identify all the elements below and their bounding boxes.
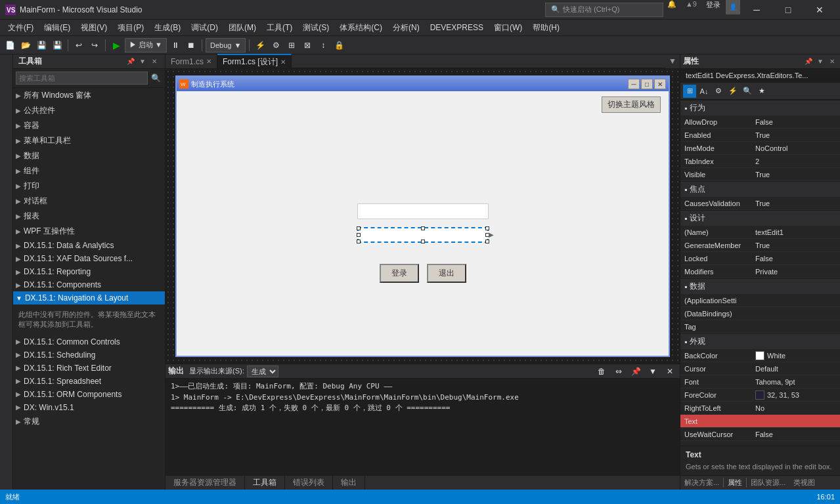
- align-btn[interactable]: ⚙: [269, 38, 283, 52]
- form-close-btn[interactable]: ✕: [654, 79, 666, 89]
- prop-usewaitcursor[interactable]: UseWaitCursor False: [680, 428, 840, 441]
- group-report-header[interactable]: ▶ 报表: [13, 209, 165, 224]
- search-input[interactable]: [16, 72, 148, 85]
- props-link[interactable]: 属性: [723, 478, 747, 488]
- quit-button[interactable]: 退出: [427, 264, 466, 283]
- props-search-btn[interactable]: 🔍: [741, 85, 754, 98]
- group-data-header[interactable]: ▶ 数据: [13, 148, 165, 163]
- menu-analyze[interactable]: 分析(N): [387, 20, 425, 35]
- prop-font[interactable]: Font Tahoma, 9pt: [680, 375, 840, 388]
- section-focus-header[interactable]: ▪ 焦点: [680, 181, 840, 197]
- group-dx-components-header[interactable]: ▶ DX.15.1: Components: [13, 278, 165, 291]
- menu-debug[interactable]: 调试(D): [186, 20, 223, 35]
- group-all-windows-header[interactable]: ▶ 所有 Windows 窗体: [13, 88, 165, 103]
- resize-handle-ml[interactable]: [357, 233, 361, 237]
- group-dx-common-header[interactable]: ▶ DX.15.1: Common Controls: [13, 335, 165, 348]
- format-btn[interactable]: ⚡: [253, 38, 267, 52]
- group-wpf-header[interactable]: ▶ WPF 互操作性: [13, 224, 165, 239]
- props-dropdown-btn[interactable]: ▼: [815, 56, 826, 67]
- tab-form1cs[interactable]: Form1.cs ✕: [166, 54, 217, 68]
- word-wrap-btn[interactable]: ⇔: [611, 364, 626, 379]
- group-dx-win-header[interactable]: ▶ DX: Win.v15.1: [13, 401, 165, 414]
- prop-enabled[interactable]: Enabled True: [680, 129, 840, 142]
- menu-team[interactable]: 团队(M): [223, 20, 261, 35]
- group-components-header[interactable]: ▶ 组件: [13, 163, 165, 178]
- prop-backcolor[interactable]: BackColor White: [680, 349, 840, 362]
- restore-button[interactable]: □: [773, 0, 803, 20]
- prop-allowdrop[interactable]: AllowDrop False: [680, 116, 840, 129]
- solution-link[interactable]: 解决方案...: [680, 478, 723, 488]
- group-dialogs-header[interactable]: ▶ 对话框: [13, 194, 165, 209]
- group-dx-data-header[interactable]: ▶ DX.15.1: Data & Analytics: [13, 239, 165, 252]
- tab-error-list[interactable]: 错误列表: [285, 476, 333, 490]
- menu-project[interactable]: 项目(P): [112, 20, 149, 35]
- group-container-header[interactable]: ▶ 容器: [13, 118, 165, 133]
- resize-handle-tm[interactable]: [421, 226, 425, 230]
- save-all-btn[interactable]: 💾: [50, 38, 64, 52]
- props-events-btn[interactable]: ⚡: [726, 85, 740, 98]
- menu-test[interactable]: 测试(S): [298, 20, 334, 35]
- clear-output-btn[interactable]: 🗑: [594, 364, 609, 379]
- group-dx-spreadsheet-header[interactable]: ▶ DX.15.1: Spreadsheet: [13, 375, 165, 388]
- lock-btn[interactable]: 🔒: [332, 38, 346, 52]
- prop-imemode[interactable]: ImeMode NoControl: [680, 142, 840, 155]
- close-output-btn[interactable]: ✕: [663, 364, 677, 379]
- tab-close-icon[interactable]: ✕: [206, 58, 211, 65]
- group-menus-header[interactable]: ▶ 菜单和工具栏: [13, 133, 165, 148]
- section-design-header[interactable]: ▪ 设计: [680, 210, 840, 226]
- tab-close-icon[interactable]: ✕: [280, 58, 286, 66]
- form-restore-btn[interactable]: □: [641, 79, 653, 89]
- resize-handle-tr[interactable]: [485, 226, 489, 230]
- stop-btn[interactable]: ⏹: [184, 38, 198, 52]
- prop-name[interactable]: (Name) textEdit1: [680, 226, 840, 239]
- toolbox-dropdown-btn[interactable]: ▼: [137, 56, 148, 67]
- quick-launch-input[interactable]: 🔍 快速启动 (Ctrl+Q): [545, 3, 663, 17]
- start-dropdown[interactable]: ▶ 启动 ▼: [125, 38, 167, 52]
- menu-file[interactable]: 文件(F): [3, 20, 39, 35]
- resize-handle-bm[interactable]: [421, 240, 425, 243]
- prop-visible[interactable]: Visible True: [680, 168, 840, 181]
- tab-form1cs-design[interactable]: Form1.cs [设计] ✕: [217, 54, 292, 68]
- prop-text[interactable]: Text: [680, 415, 840, 428]
- team-link[interactable]: 团队资源...: [747, 478, 789, 488]
- form-minimize-btn[interactable]: ─: [628, 79, 640, 89]
- theme-switch-button[interactable]: 切换主题风格: [602, 96, 661, 113]
- menu-devexpress[interactable]: DEVEXPRESS: [425, 20, 489, 35]
- prop-forecolor[interactable]: ForeColor 32, 31, 53: [680, 388, 840, 402]
- pause-btn[interactable]: ⏸: [168, 38, 183, 52]
- props-target[interactable]: textEdit1 DevExpress.XtraEditors.Te...: [680, 69, 840, 83]
- toolbox-pin-btn[interactable]: 📌: [125, 56, 136, 67]
- tab-list-btn[interactable]: ▼: [665, 54, 680, 68]
- group-print-header[interactable]: ▶ 打印: [13, 178, 165, 194]
- prop-modifiers[interactable]: Modifiers Private: [680, 265, 840, 278]
- menu-help[interactable]: 帮助(H): [527, 20, 565, 35]
- search-icon[interactable]: 🔍: [149, 72, 162, 85]
- prop-generatemember[interactable]: GenerateMember True: [680, 239, 840, 252]
- menu-edit[interactable]: 编辑(E): [39, 20, 76, 35]
- grid-btn[interactable]: ⊞: [284, 38, 299, 52]
- prop-tabindex[interactable]: TabIndex 2: [680, 155, 840, 168]
- minimize-button[interactable]: ─: [741, 0, 772, 20]
- menu-tools[interactable]: 工具(T): [261, 20, 298, 35]
- tab-order-btn[interactable]: ↕: [316, 38, 330, 52]
- group-dx-orm-header[interactable]: ▶ DX.15.1: ORM Components: [13, 388, 165, 401]
- view-link[interactable]: 类视图: [789, 478, 819, 488]
- props-categorized-btn[interactable]: ⊞: [683, 85, 696, 98]
- group-dx-nav-header[interactable]: ▼ DX.15.1: Navigation & Layout: [13, 291, 165, 304]
- group-dx-richtext-header[interactable]: ▶ DX.15.1: Rich Text Editor: [13, 362, 165, 375]
- section-appearance-header[interactable]: ▪ 外观: [680, 333, 840, 349]
- source-dropdown[interactable]: 生成: [247, 366, 278, 377]
- prop-databindings[interactable]: (DataBindings): [680, 307, 840, 320]
- group-dx-scheduling-header[interactable]: ▶ DX.15.1: Scheduling: [13, 348, 165, 362]
- prop-appsettings[interactable]: (ApplicationSetti: [680, 294, 840, 307]
- prop-cursor[interactable]: Cursor Default: [680, 362, 840, 375]
- tab-toolbox-bottom[interactable]: 工具箱: [245, 476, 285, 490]
- props-alphabetical-btn[interactable]: A↓: [697, 85, 711, 98]
- menu-arch[interactable]: 体系结构(C): [334, 20, 387, 35]
- menu-window[interactable]: 窗口(W): [489, 20, 527, 35]
- group-dx-xaf-header[interactable]: ▶ DX.15.1: XAF Data Sources f...: [13, 252, 165, 265]
- open-btn[interactable]: 📂: [18, 38, 33, 52]
- username-input[interactable]: [357, 203, 489, 219]
- props-properties-btn[interactable]: ⚙: [712, 85, 725, 98]
- group-general-header[interactable]: ▶ 常规: [13, 414, 165, 429]
